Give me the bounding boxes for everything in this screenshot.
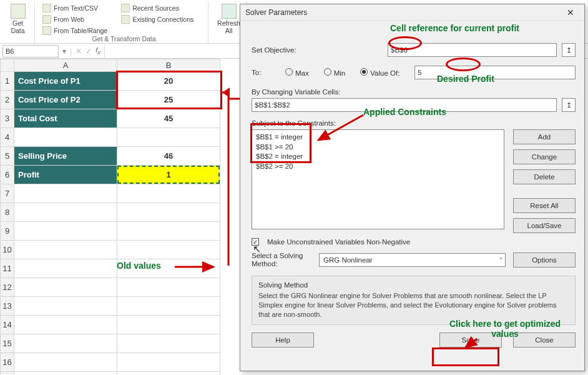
row-header[interactable]: 14 (1, 316, 14, 334)
cell-A11[interactable] (14, 259, 117, 278)
solving-method-value: GRG Nonlinear (323, 256, 373, 264)
cell-B3[interactable]: 45 (117, 109, 220, 128)
cell-B4[interactable] (117, 128, 220, 146)
from-table-range-button[interactable]: From Table/Range (41, 25, 109, 36)
cell-A9[interactable] (14, 222, 117, 240)
help-button[interactable]: Help (252, 332, 314, 348)
cell-B10[interactable] (117, 241, 220, 259)
name-box[interactable]: B6 (2, 45, 59, 58)
cell-A4[interactable] (14, 128, 117, 146)
enter-formula-icon[interactable]: ✓ (86, 47, 92, 56)
file-icon (42, 4, 51, 12)
cell-B14[interactable] (117, 316, 220, 334)
cell-B11[interactable] (117, 259, 220, 278)
close-dialog-button[interactable]: Close (513, 332, 576, 348)
cell-A14[interactable] (14, 316, 117, 334)
row-header[interactable]: 11 (1, 259, 14, 278)
row-header[interactable]: 15 (1, 334, 14, 353)
load-save-button[interactable]: Load/Save (513, 218, 576, 233)
cell-A7[interactable] (14, 184, 117, 202)
cell-A1[interactable]: Cost Price of P1 (14, 72, 117, 90)
cancel-formula-icon[interactable]: ✕ (76, 47, 82, 56)
cell-B15[interactable] (117, 334, 220, 352)
cell-A15[interactable] (14, 334, 117, 352)
cell-A6[interactable]: Profit (14, 166, 117, 184)
dropdown-icon[interactable]: ▾ (62, 47, 66, 56)
cell-B5[interactable]: 46 (117, 147, 220, 165)
set-objective-input[interactable]: $B$6 (388, 43, 557, 57)
cell-A8[interactable] (14, 203, 117, 221)
range-picker-button[interactable]: ↥ (562, 43, 576, 57)
row-header[interactable]: 4 (1, 128, 14, 147)
cell-A13[interactable] (14, 297, 117, 315)
constraint-item[interactable]: $B$2 = integer (256, 152, 500, 162)
grid[interactable]: A B 1 Cost Price of P1 20 2 Cost Price o… (0, 59, 220, 375)
col-header-B[interactable]: B (117, 59, 220, 72)
existing-connections-button[interactable]: Existing Connections (120, 14, 195, 24)
cell-B1[interactable]: 20 (117, 72, 220, 90)
cell-B7[interactable] (117, 184, 220, 202)
reset-all-button[interactable]: Reset All (513, 198, 576, 213)
cell-A3[interactable]: Total Cost (14, 109, 117, 128)
row-header[interactable]: 13 (1, 297, 14, 316)
from-web-button[interactable]: From Web (41, 14, 109, 24)
cell-B2[interactable]: 25 (117, 91, 220, 109)
cell-B9[interactable] (117, 222, 220, 240)
from-text-csv-button[interactable]: From Text/CSV (41, 2, 109, 13)
from-web-label: From Web (54, 16, 84, 23)
solve-button[interactable]: Solve (439, 332, 502, 348)
close-button[interactable]: ✕ (562, 6, 579, 19)
radio-value-of[interactable]: Value Of: (360, 68, 399, 77)
set-objective-value: $B$6 (391, 46, 408, 54)
row-header[interactable]: 3 (1, 109, 14, 128)
solving-method-select[interactable]: GRG Nonlinear ˅ (319, 253, 506, 267)
value-of-input[interactable]: 5 (414, 66, 576, 79)
cell-B13[interactable] (117, 297, 220, 315)
constraint-item[interactable]: $B$1 >= 20 (256, 142, 500, 152)
ribbon-group-getdata: Get Data (4, 1, 35, 43)
cell-B16[interactable] (117, 353, 220, 371)
by-changing-input[interactable]: $B$1:$B$2 (252, 98, 557, 112)
constraints-listbox[interactable]: $B$1 = integer $B$1 >= 20 $B$2 = integer… (252, 129, 504, 229)
recent-sources-button[interactable]: Recent Sources (120, 2, 195, 13)
cell-A10[interactable] (14, 241, 117, 259)
cell-B8[interactable] (117, 203, 220, 221)
row-header[interactable]: 5 (1, 147, 14, 166)
row-header[interactable]: 7 (1, 184, 14, 203)
cell-B6[interactable]: 1 (117, 166, 220, 184)
row-header[interactable]: 16 (1, 353, 14, 372)
add-button[interactable]: Add (513, 129, 576, 144)
delete-button[interactable]: Delete (513, 169, 576, 184)
row-header[interactable]: 1 (1, 72, 14, 91)
col-header-A[interactable]: A (14, 59, 117, 72)
cell-A16[interactable] (14, 353, 117, 371)
row-header[interactable]: 12 (1, 278, 14, 297)
options-button[interactable]: Options (513, 252, 576, 268)
get-data-button[interactable]: Get Data (6, 2, 31, 34)
row-header[interactable]: 6 (1, 166, 14, 184)
row-header[interactable]: 8 (1, 203, 14, 222)
row-header[interactable]: 10 (1, 241, 14, 259)
select-all-corner[interactable] (1, 59, 14, 72)
fx-icon[interactable]: fx (96, 46, 100, 56)
change-button[interactable]: Change (513, 149, 576, 164)
cell-B12[interactable] (117, 278, 220, 296)
by-changing-value: $B$1:$B$2 (255, 101, 290, 109)
recent-icon (121, 4, 130, 12)
constraint-item[interactable]: $B$2 >= 20 (256, 162, 500, 172)
row-header[interactable]: 17 (1, 372, 14, 376)
range-picker-button[interactable]: ↥ (562, 98, 576, 112)
cell-A17[interactable] (14, 372, 117, 375)
cell-A2[interactable]: Cost Price of P2 (14, 91, 117, 109)
row-header[interactable]: 9 (1, 222, 14, 241)
cell-A5[interactable]: Selling Price (14, 147, 117, 165)
radio-min[interactable]: Min (324, 68, 346, 77)
constraint-item[interactable]: $B$1 = integer (256, 132, 500, 142)
link-icon (121, 15, 130, 24)
refresh-all-button[interactable]: Refresh All (217, 2, 242, 34)
radio-max[interactable]: Max (285, 68, 309, 77)
row-header[interactable]: 2 (1, 91, 14, 109)
cell-B17[interactable] (117, 372, 220, 375)
dialog-titlebar[interactable]: Solver Parameters ✕ (240, 4, 584, 21)
cell-A12[interactable] (14, 278, 117, 296)
